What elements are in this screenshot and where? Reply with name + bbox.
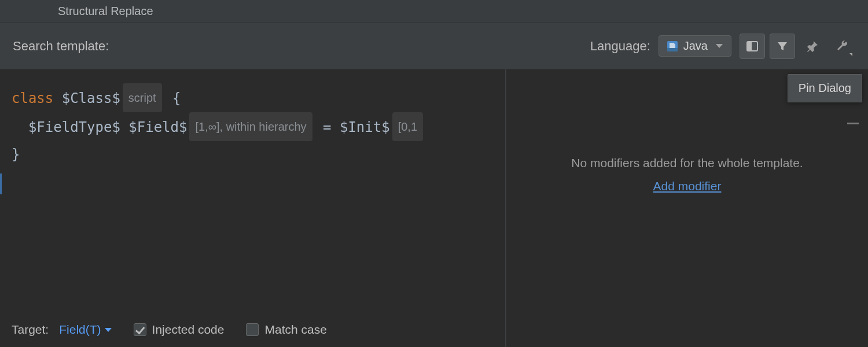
pin-icon xyxy=(806,39,819,53)
svg-rect-3 xyxy=(747,42,752,51)
code-brace-close: } xyxy=(12,146,20,163)
search-template-editor[interactable]: class $Class$script { $FieldType$ $Field… xyxy=(0,69,505,312)
checkbox-box xyxy=(246,323,259,336)
language-label: Language: xyxy=(590,39,650,54)
filter-button[interactable] xyxy=(770,34,795,59)
match-case-label: Match case xyxy=(264,323,326,337)
code-variable-class: $Class$ xyxy=(62,90,120,106)
svg-rect-1 xyxy=(667,48,678,51)
modifiers-panel: No modifiers added for the whole templat… xyxy=(506,69,868,347)
dialog-titlebar: Structural Replace xyxy=(0,0,868,23)
target-dropdown[interactable]: Field(T) xyxy=(59,323,111,337)
content-area: class $Class$script { $FieldType$ $Field… xyxy=(0,69,868,347)
target-value-text: Field(T) xyxy=(59,323,101,337)
hint-field[interactable]: [1,∞], within hierarchy xyxy=(189,112,312,141)
injected-code-checkbox[interactable]: Injected code xyxy=(134,323,225,337)
dropdown-indicator-icon xyxy=(849,53,852,56)
hint-script[interactable]: script xyxy=(123,83,162,112)
match-case-checkbox[interactable]: Match case xyxy=(246,323,326,337)
language-dropdown[interactable]: Java xyxy=(659,35,731,57)
language-value: Java xyxy=(683,39,708,53)
code-keyword: class xyxy=(12,90,53,106)
code-variable-fieldtype: $FieldType$ xyxy=(28,119,120,135)
funnel-icon xyxy=(776,40,789,53)
dialog-title: Structural Replace xyxy=(58,5,153,18)
injected-code-label: Injected code xyxy=(152,323,225,337)
left-pane: class $Class$script { $FieldType$ $Field… xyxy=(0,69,506,347)
pin-dialog-tooltip: Pin Dialog xyxy=(788,74,862,102)
code-eq: = xyxy=(315,119,340,135)
pin-button[interactable] xyxy=(800,34,825,59)
layout-panel-icon xyxy=(746,40,759,53)
chevron-down-icon xyxy=(716,44,723,48)
code-variable-field: $Field$ xyxy=(128,119,187,135)
search-template-label: Search template: xyxy=(13,39,109,54)
chevron-down-icon xyxy=(105,328,112,332)
target-label: Target: xyxy=(12,323,49,337)
code-variable-init: $Init$ xyxy=(340,119,390,135)
settings-button[interactable] xyxy=(830,34,855,59)
no-modifiers-text: No modifiers added for the whole templat… xyxy=(571,156,803,170)
wrench-icon xyxy=(836,39,849,53)
code-indent xyxy=(12,119,28,135)
editor-bottom-bar: Target: Field(T) Injected code Match cas… xyxy=(0,312,505,347)
checkbox-box xyxy=(134,323,146,336)
toggle-panel-button[interactable] xyxy=(740,34,765,59)
java-file-icon xyxy=(667,41,678,51)
hint-init[interactable]: [0,1 xyxy=(392,112,423,141)
add-modifier-link[interactable]: Add modifier xyxy=(653,179,722,193)
collapse-button[interactable] xyxy=(847,123,859,124)
code-brace-open: { xyxy=(172,90,181,106)
toolbar: Search template: Language: Java xyxy=(0,23,868,69)
